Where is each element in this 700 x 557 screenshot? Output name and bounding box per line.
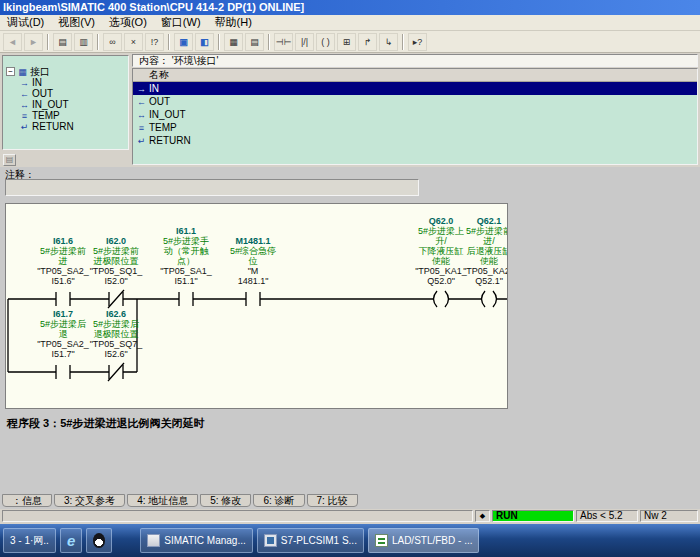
tree-item-out[interactable]: ← OUT xyxy=(3,88,128,99)
tab-diagnostics[interactable]: 6: 诊断 xyxy=(253,494,304,507)
cancel-button[interactable]: × xyxy=(124,33,143,51)
ladder-contact-i61-1[interactable]: I61.1 5#步进梁手 动（常开触 点） "TP05_SA1_ I51.1" xyxy=(148,226,224,286)
tab-compare[interactable]: 7: 比较 xyxy=(307,494,358,507)
update-status-icon: !? xyxy=(151,37,159,47)
contact-nc-icon: |/| xyxy=(301,37,308,47)
status-diamond-icon: ◆ xyxy=(475,510,490,522)
operand-comment: 后退液压缸 xyxy=(460,246,508,256)
menu-window[interactable]: 窗口(W) xyxy=(154,15,208,30)
network-3-title[interactable]: 程序段 3：5#步进梁进退比例阀关闭延时 xyxy=(7,416,204,431)
taskbar-button-label: SIMATIC Manag... xyxy=(164,535,246,546)
update-status-button[interactable]: !? xyxy=(145,33,164,51)
taskbar-ie-button[interactable]: e xyxy=(60,528,82,553)
symbol-info-icon: ▦ xyxy=(229,37,238,47)
taskbar-simatic-manager-button[interactable]: SIMATIC Manag... xyxy=(140,528,253,553)
tab-info[interactable]: ：信息 xyxy=(2,494,52,507)
insert-contact-nc-button[interactable]: |/| xyxy=(295,33,314,51)
tree-item-in-out[interactable]: ↔ IN_OUT xyxy=(3,99,128,110)
overview-button[interactable]: ▤ xyxy=(245,33,264,51)
menu-help[interactable]: 帮助(H) xyxy=(208,15,259,30)
declaration-row-out[interactable]: ← OUT xyxy=(133,95,697,108)
toolbar-separator xyxy=(47,34,49,50)
declaration-view-icon[interactable]: ▤ xyxy=(3,154,16,166)
status-abs: Abs < 5.2 xyxy=(576,510,638,522)
back-button[interactable]: ◄ xyxy=(3,33,22,51)
new-window-button[interactable]: ▣ xyxy=(174,33,193,51)
print-button[interactable]: ▥ xyxy=(74,33,93,51)
collapse-icon[interactable]: − xyxy=(6,67,15,76)
taskbar-plcsim-button[interactable]: S7-PLCSIM1 S... xyxy=(257,528,364,553)
operand-symbol: Q52.1" xyxy=(460,276,508,286)
close-branch-button[interactable]: ↳ xyxy=(379,33,398,51)
menu-debug[interactable]: 调试(D) xyxy=(0,15,51,30)
taskbar-lad-stl-fbd-button[interactable]: LAD/STL/FBD - ... xyxy=(368,528,480,553)
interface-tree: − ▦ 接口 → IN ← OUT ↔ IN_OUT ≡ TEMP ↵ RETU… xyxy=(2,55,129,150)
open-branch-icon: ↱ xyxy=(364,37,372,47)
ladder-contact-i62-0[interactable]: I62.0 5#步进梁前 进极限位置 "TP05_SQ1_ I52.0" xyxy=(78,236,154,286)
temp-icon: ≡ xyxy=(19,111,30,121)
toolbar-separator xyxy=(402,34,404,50)
context-help-button[interactable]: ▸? xyxy=(408,33,427,51)
s7-plcsim-icon xyxy=(264,534,277,547)
column-header-name[interactable]: 名称 xyxy=(133,69,697,82)
interface-icon: ▦ xyxy=(17,67,28,77)
taskbar: 3 - 1·网.. e SIMATIC Manag... S7-PLCSIM1 … xyxy=(0,524,700,557)
in-out-icon: ↔ xyxy=(136,110,147,120)
operand-symbol: "TP05_SQ1_ xyxy=(78,266,154,276)
cancel-icon: × xyxy=(131,37,136,47)
declaration-row-in-out[interactable]: ↔ IN_OUT xyxy=(133,108,697,121)
ladder-canvas[interactable]: I61.6 5#步进梁前 进 "TP05_SA2_ I51.6" I62.0 5… xyxy=(5,203,508,409)
save-button[interactable]: ▤ xyxy=(53,33,72,51)
tree-item-temp[interactable]: ≡ TEMP xyxy=(3,110,128,121)
tab-address-info[interactable]: 4: 地址信息 xyxy=(127,494,198,507)
out-icon: ← xyxy=(19,89,30,99)
insert-contact-no-button[interactable]: ⊣⊢ xyxy=(274,33,293,51)
tab-cross-reference[interactable]: 3: 交叉参考 xyxy=(54,494,125,507)
taskbar-toolbar-label: 3 - 1·网.. xyxy=(10,534,49,548)
insert-box-button[interactable]: ⊞ xyxy=(337,33,356,51)
monitor-glasses-icon: ∞ xyxy=(109,37,115,47)
declaration-row-temp[interactable]: ≡ TEMP xyxy=(133,121,697,134)
operand-comment: 5#步进梁前 xyxy=(78,246,154,256)
insert-coil-button[interactable]: ( ) xyxy=(316,33,335,51)
declaration-row-label: RETURN xyxy=(149,135,191,146)
operand-comment: 5#步进梁前 xyxy=(460,226,508,236)
open-branch-button[interactable]: ↱ xyxy=(358,33,377,51)
tree-item-label: TEMP xyxy=(32,110,60,121)
tree-item-interface[interactable]: − ▦ 接口 xyxy=(3,66,128,77)
cascade-window-button[interactable]: ◧ xyxy=(195,33,214,51)
ladder-contact-m1481-1[interactable]: M1481.1 5#综合急停 位 "M 1481.1" xyxy=(215,236,291,286)
operand-symbol: "TP05_KA2_ xyxy=(460,266,508,276)
tree-item-in[interactable]: → IN xyxy=(3,77,128,88)
tab-modify[interactable]: 5: 修改 xyxy=(200,494,251,507)
out-icon: ← xyxy=(136,97,147,107)
title-bar: lkingbeam\SIMATIC 400 Station\CPU 414-2 … xyxy=(0,0,700,15)
overview-icon: ▤ xyxy=(250,37,259,47)
operand-symbol: I52.0" xyxy=(78,276,154,286)
temp-icon: ≡ xyxy=(136,123,147,133)
ladder-coil-q62-1[interactable]: Q62.1 5#步进梁前 进/ 后退液压缸 使能 "TP05_KA2_ Q52.… xyxy=(460,216,508,286)
operand-symbol: "M xyxy=(215,266,291,276)
qq-penguin-icon xyxy=(93,533,105,548)
operand-address: I61.1 xyxy=(148,226,224,236)
tree-item-label: OUT xyxy=(32,88,53,99)
internet-explorer-icon: e xyxy=(67,532,75,549)
monitor-button[interactable]: ∞ xyxy=(103,33,122,51)
menu-options[interactable]: 选项(O) xyxy=(102,15,154,30)
taskbar-toolbar-button[interactable]: 3 - 1·网.. xyxy=(3,528,56,553)
declaration-row-return[interactable]: ↵ RETURN xyxy=(133,134,697,147)
ladder-contact-i62-6[interactable]: I62.6 5#步进梁后 退极限位置 "TP05_SQ7_ I52.6" xyxy=(78,309,154,359)
operand-comment: 进极限位置 xyxy=(78,256,154,266)
menu-view[interactable]: 视图(V) xyxy=(51,15,102,30)
declaration-row-label: TEMP xyxy=(149,122,177,133)
status-message-area xyxy=(2,510,473,522)
comment-field[interactable] xyxy=(5,179,419,196)
declaration-row-in[interactable]: → IN xyxy=(133,82,697,95)
taskbar-qq-button[interactable] xyxy=(86,528,112,553)
box-icon: ⊞ xyxy=(343,37,351,47)
forward-button[interactable]: ► xyxy=(24,33,43,51)
in-icon: → xyxy=(136,84,147,94)
declaration-table: 名称 → IN ← OUT ↔ IN_OUT ≡ TEMP ↵ RETURN xyxy=(132,68,698,165)
tree-item-return[interactable]: ↵ RETURN xyxy=(3,121,128,132)
symbol-info-button[interactable]: ▦ xyxy=(224,33,243,51)
